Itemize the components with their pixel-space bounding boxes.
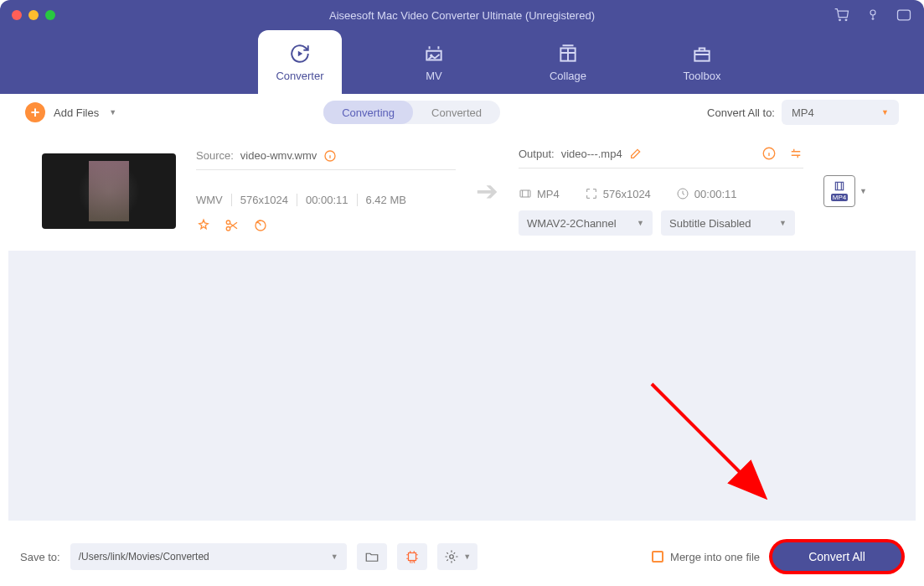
tab-converter[interactable]: Converter — [258, 30, 342, 94]
plus-icon: + — [25, 102, 45, 122]
file-item: Source: video-wmv.wmv WMV 576x1024 00:00… — [8, 131, 916, 251]
convert-all-button[interactable]: Convert All — [770, 540, 904, 573]
add-files-label: Add Files — [54, 106, 99, 119]
svg-text:ON: ON — [409, 560, 415, 564]
audio-value: WMAV2-2Channel — [527, 217, 617, 230]
open-folder-button[interactable] — [357, 543, 387, 570]
add-files-dropdown[interactable]: ▼ — [109, 108, 116, 117]
cut-icon[interactable] — [225, 218, 240, 233]
chevron-down-icon: ▼ — [331, 552, 338, 561]
merge-checkbox[interactable]: Merge into one file — [652, 551, 760, 563]
arrow-icon: ➔ — [476, 175, 498, 207]
svg-rect-13 — [835, 182, 843, 189]
source-label: Source: — [196, 149, 234, 162]
effect-icon[interactable] — [253, 218, 268, 233]
bottom-bar: Save to: /Users/link/Movies/Converted ▼ … — [0, 527, 924, 586]
window-title: Aiseesoft Mac Video Converter Ultimate (… — [0, 9, 924, 22]
merge-label: Merge into one file — [670, 551, 760, 563]
output-column: Output: video---.mp4 MP4 576x1024 00:00:… — [519, 146, 803, 236]
settings-button[interactable]: ▼ — [437, 543, 477, 570]
add-files-button[interactable]: + Add Files — [25, 102, 99, 122]
source-column: Source: video-wmv.wmv WMV 576x1024 00:00… — [196, 149, 456, 233]
video-thumbnail[interactable] — [42, 153, 176, 229]
output-label: Output: — [519, 148, 555, 160]
convert-all-to-label: Convert All to: — [707, 106, 775, 119]
maximize-window-button[interactable] — [45, 10, 55, 20]
svg-point-0 — [870, 10, 875, 15]
output-format-button[interactable]: MP4 — [823, 175, 855, 207]
gpu-accel-button[interactable]: ON — [397, 543, 427, 570]
cart-icon[interactable] — [834, 7, 850, 23]
resolution-icon — [585, 187, 598, 200]
save-to-label: Save to: — [20, 551, 60, 563]
svg-rect-11 — [520, 190, 530, 197]
tab-collage-label: Collage — [550, 70, 586, 82]
convert-all-label: Convert All — [808, 550, 865, 563]
tab-toolbox[interactable]: Toolbox — [660, 30, 744, 94]
clock-icon — [676, 187, 689, 200]
tab-mv[interactable]: MV — [392, 30, 476, 94]
convert-all-to-dropdown[interactable]: MP4 ▼ — [782, 100, 899, 125]
format-dropdown-icon[interactable]: ▼ — [859, 187, 867, 195]
metadata-icon[interactable] — [761, 146, 777, 161]
save-to-dropdown[interactable]: /Users/link/Movies/Converted ▼ — [70, 543, 347, 570]
compress-icon[interactable] — [196, 218, 211, 233]
checkbox-icon — [652, 551, 663, 563]
svg-point-7 — [226, 220, 230, 225]
save-to-path: /Users/link/Movies/Converted — [79, 551, 209, 563]
output-duration: 00:00:11 — [694, 188, 737, 200]
key-icon[interactable] — [865, 7, 880, 23]
source-format: WMV — [196, 194, 232, 206]
audio-dropdown[interactable]: WMAV2-2Channel ▼ — [519, 210, 653, 236]
source-size: 6.42 MB — [366, 194, 415, 206]
output-resolution: 576x1024 — [603, 188, 651, 200]
enhance-icon[interactable] — [788, 146, 803, 161]
convert-all-to-value: MP4 — [792, 106, 814, 119]
tab-converted[interactable]: Converted — [413, 101, 500, 124]
tab-collage[interactable]: Collage — [526, 30, 610, 94]
tab-toolbox-label: Toolbox — [684, 70, 721, 82]
tab-converter-label: Converter — [276, 70, 323, 82]
edit-icon[interactable] — [629, 147, 643, 160]
file-list: Source: video-wmv.wmv WMV 576x1024 00:00… — [8, 131, 916, 521]
minimize-window-button[interactable] — [28, 10, 39, 20]
chevron-down-icon: ▼ — [463, 552, 471, 561]
close-window-button[interactable] — [12, 10, 22, 20]
svg-point-8 — [226, 226, 230, 231]
svg-marker-2 — [298, 50, 302, 56]
window-controls — [12, 10, 55, 20]
status-tabs: Converting Converted — [323, 101, 500, 124]
source-meta: WMV 576x1024 00:00:11 6.42 MB — [196, 194, 456, 206]
output-filename: video---.mp4 — [561, 148, 622, 160]
info-icon[interactable] — [323, 149, 337, 163]
chevron-down-icon: ▼ — [637, 219, 644, 227]
video-icon — [519, 187, 532, 200]
film-icon — [832, 180, 847, 192]
output-format: MP4 — [537, 188, 560, 200]
feedback-icon[interactable] — [896, 7, 912, 23]
chevron-down-icon: ▼ — [881, 108, 889, 117]
chevron-down-icon: ▼ — [779, 219, 787, 227]
main-nav: Converter MV Collage Toolbox — [0, 30, 924, 94]
source-resolution: 576x1024 — [240, 194, 297, 206]
format-badge: MP4 — [831, 194, 848, 201]
svg-rect-5 — [694, 50, 709, 60]
tab-converting[interactable]: Converting — [323, 101, 413, 124]
subtitle-value: Subtitle Disabled — [669, 217, 751, 230]
source-duration: 00:00:11 — [306, 194, 358, 206]
tab-mv-label: MV — [426, 70, 442, 82]
source-filename: video-wmv.wmv — [240, 149, 317, 162]
svg-point-18 — [450, 555, 454, 559]
subtitle-dropdown[interactable]: Subtitle Disabled ▼ — [661, 210, 795, 236]
titlebar: Aiseesoft Mac Video Converter Ultimate (… — [0, 0, 924, 30]
toolbar: + Add Files ▼ Converting Converted Conve… — [8, 94, 916, 131]
